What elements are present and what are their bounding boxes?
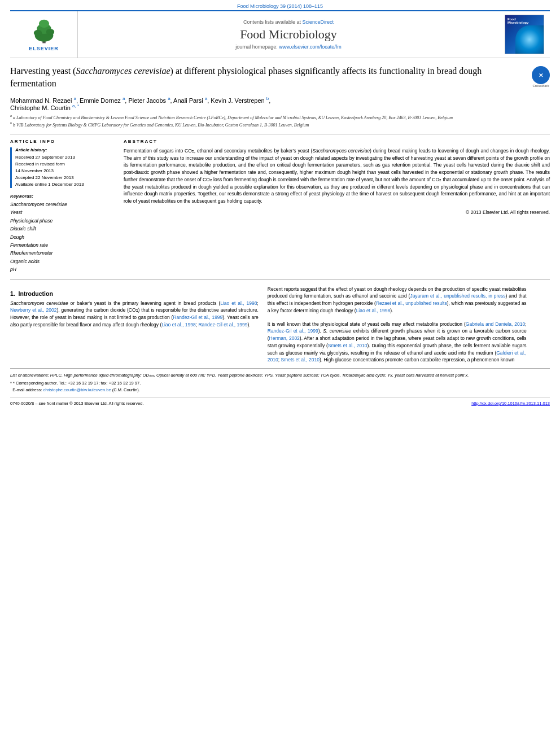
elsevier-tree-icon: [27, 18, 61, 46]
cite-gabriela2010[interactable]: Gabriela and Daniela, 2010: [466, 321, 525, 327]
email-link[interactable]: christophe.courtin@biw.kuleuven.be: [43, 387, 111, 392]
keyword-9: pH: [10, 265, 115, 273]
introduction-heading: 1. Introduction: [10, 290, 259, 297]
cover-image-decoration: [515, 25, 544, 54]
keyword-2: Yeast: [10, 208, 115, 216]
main-right-col: Recent reports suggest that the effect o…: [268, 286, 527, 364]
journal-name-header: Food Microbiology: [240, 27, 337, 42]
journal-title-area: Contents lists available at ScienceDirec…: [78, 11, 499, 58]
homepage-line: journal homepage: www.elsevier.com/locat…: [235, 44, 342, 50]
cite-newberry2002[interactable]: Newberry et al., 2002: [10, 307, 56, 313]
copyright-notice: © 2013 Elsevier Ltd. All rights reserved…: [124, 209, 550, 215]
svg-point-3: [38, 20, 49, 28]
authors-line: Mohammad N. Rezaei a, Emmie Dornez a, Pi…: [10, 96, 550, 111]
keyword-4: Diauxic shift: [10, 225, 115, 233]
available-date: Available online 1 December 2013: [15, 181, 115, 188]
cite-liao1998b[interactable]: Liao et al., 1998: [161, 322, 196, 327]
cite-randez1999c[interactable]: Randez-Gil et al., 1999: [268, 328, 318, 334]
science-direct-prefix: Contents lists available at: [243, 19, 301, 25]
doi-link[interactable]: http://dx.doi.org/10.1016/j.fm.2013.11.0…: [471, 401, 550, 406]
corresponding-footnote: * * Corresponding author. Tel.: +32 16 3…: [10, 380, 550, 386]
history-title: Article history:: [15, 147, 115, 152]
elsevier-label: ELSEVIER: [29, 46, 59, 51]
email-author: (C.M. Courtin).: [112, 387, 140, 392]
keyword-5: Dough: [10, 233, 115, 241]
keyword-1: Saccharomyces cerevisiae: [10, 200, 115, 208]
science-direct-link[interactable]: ScienceDirect: [303, 19, 334, 25]
cite-jayaram[interactable]: Jayaram et al., unpublished results, in …: [410, 293, 505, 299]
crossmark-area: ✕ CrossMark: [532, 66, 550, 88]
title-section: Harvesting yeast (Saccharomyces cerevisi…: [10, 65, 550, 90]
keyword-8: Organic acids: [10, 257, 115, 265]
footnotes-section: List of abbreviations: HPLC, High perfor…: [10, 368, 550, 393]
intro-section-num: 1.: [10, 290, 15, 297]
article-page: Food Microbiology 39 (2014) 108–115 ELSE…: [0, 0, 560, 747]
keywords-section: Keywords: Saccharomyces cerevisiae Yeast…: [10, 194, 115, 274]
bottom-bar: 0740-0020/$ – see front matter © 2013 El…: [10, 397, 550, 406]
doi-link-container: http://dx.doi.org/10.1016/j.fm.2013.11.0…: [471, 401, 550, 406]
abbreviations-text: List of abbreviations: HPLC, High perfor…: [10, 373, 469, 378]
crossmark-badge[interactable]: ✕: [532, 66, 550, 84]
cover-label: FoodMicrobiology: [508, 18, 528, 24]
star-symbol: *: [10, 381, 12, 386]
abstract-text: Fermentation of sugars into CO₂, ethanol…: [124, 147, 550, 205]
cite-smets2010[interactable]: Smets et al., 2010: [328, 343, 368, 348]
elsevier-logo: ELSEVIER: [27, 18, 61, 51]
email-label: E-mail address:: [12, 387, 42, 392]
journal-ref-text: Food Microbiology 39 (2014) 108–115: [237, 3, 323, 9]
cite-liao1998[interactable]: Liao et al., 1998: [220, 300, 257, 306]
intro-para1: Saccharomyces cerevisiae or baker's yeas…: [10, 300, 259, 329]
crossmark-label: CrossMark: [532, 84, 550, 88]
email-footnote: E-mail address: christophe.courtin@biw.k…: [10, 387, 550, 393]
cite-rezaei[interactable]: Rezaei et al., unpublished results: [376, 300, 447, 306]
article-body: Harvesting yeast (Saccharomyces cerevisi…: [10, 58, 550, 274]
revised-date: 14 November 2013: [15, 168, 115, 174]
affiliation-b: b b VIB Laboratory for Systems Biology &…: [10, 121, 550, 128]
journal-cover-image: FoodMicrobiology: [505, 15, 544, 54]
keyword-7: Rheofermentometer: [10, 249, 115, 257]
homepage-label: journal homepage:: [235, 44, 278, 50]
elsevier-logo-area: ELSEVIER: [10, 11, 78, 58]
main-left-col: 1. Introduction Saccharomyces cerevisiae…: [10, 286, 259, 364]
accepted-date: Accepted 22 November 2013: [15, 174, 115, 181]
intro-section-title: Introduction: [19, 290, 53, 297]
journal-cover-area: FoodMicrobiology: [499, 11, 550, 58]
cite-smets2010b[interactable]: Smets et al., 2010: [281, 357, 320, 362]
article-history-box: Article history: Received 27 September 2…: [10, 147, 115, 188]
journal-header: ELSEVIER Contents lists available at Sci…: [10, 10, 550, 58]
article-title: Harvesting yeast (Saccharomyces cerevisi…: [10, 65, 526, 90]
cite-randez1999b[interactable]: Randez-Gil et al., 1999: [198, 322, 247, 327]
corresponding-text: * Corresponding author. Tel.: +32 16 32 …: [13, 381, 141, 386]
abstract-col: ABSTRACT Fermentation of sugars into CO₂…: [124, 139, 550, 274]
keyword-3: Physiological phase: [10, 217, 115, 225]
cite-herman2002[interactable]: Herman, 2002: [269, 335, 300, 341]
received-revised-label: Received in revised form: [15, 161, 115, 168]
abbreviations-footnote: List of abbreviations: HPLC, High perfor…: [10, 372, 550, 378]
info-abstract-section: ARTICLE INFO Article history: Received 2…: [10, 139, 550, 274]
right-para1: Recent reports suggest that the effect o…: [268, 286, 527, 314]
issn-text: 0740-0020/$ – see front matter © 2013 El…: [10, 401, 144, 406]
received-date: Received 27 September 2013: [15, 154, 115, 161]
affiliation-a: a a Laboratory of Food Chemistry and Bio…: [10, 113, 550, 121]
affiliations: a a Laboratory of Food Chemistry and Bio…: [10, 113, 550, 128]
article-info-heading: ARTICLE INFO: [10, 139, 115, 144]
svg-point-5: [46, 29, 54, 35]
unpublished-text: unpublished: [444, 293, 470, 299]
keyword-6: Fermentation rate: [10, 241, 115, 249]
cite-liao1998c[interactable]: Liao et al., 1998: [356, 308, 391, 313]
keywords-heading: Keywords:: [10, 194, 115, 199]
abstract-heading: ABSTRACT: [124, 139, 550, 144]
section-divider: [10, 134, 550, 134]
body-divider: [10, 279, 550, 280]
homepage-url[interactable]: www.elsevier.com/locate/fm: [279, 44, 342, 50]
main-content: 1. Introduction Saccharomyces cerevisiae…: [10, 286, 550, 364]
journal-reference: Food Microbiology 39 (2014) 108–115: [0, 0, 560, 10]
right-para2: It is well known that the physiological …: [268, 321, 527, 364]
cite-randez1999[interactable]: Randez-Gil et al., 1999: [173, 314, 222, 320]
svg-point-4: [33, 30, 42, 36]
article-info-col: ARTICLE INFO Article history: Received 2…: [10, 139, 115, 274]
science-direct-line: Contents lists available at ScienceDirec…: [243, 19, 334, 25]
